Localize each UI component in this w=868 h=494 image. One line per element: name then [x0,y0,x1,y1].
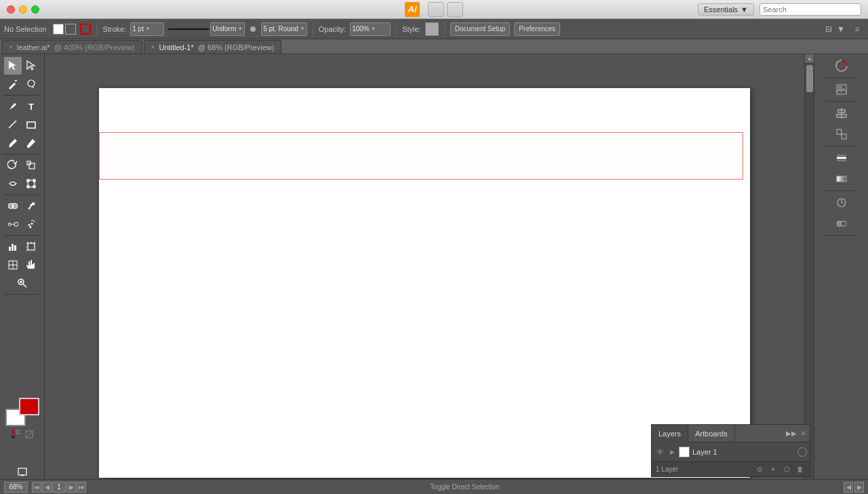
lasso-tool[interactable] [22,75,40,93]
search-input[interactable] [760,3,861,16]
stroke-color-swatch[interactable] [19,398,39,415]
screen-mode [0,463,44,480]
stroke-panel-icon[interactable] [832,148,851,167]
close-button[interactable] [7,5,15,14]
paintbrush-tool[interactable] [4,134,22,152]
status-arrow-right[interactable]: ▶ [854,482,864,493]
toggle-panels-icon[interactable]: ▼ [835,24,846,35]
tool-separator-4 [3,235,41,236]
tab-detail-2: @ 68% (RGB/Preview) [198,43,275,52]
delete-layer-icon[interactable]: 🗑 [795,464,806,475]
artboards-tab[interactable]: Artboards [688,425,735,442]
svg-rect-54 [842,134,846,139]
warp-tool[interactable] [4,175,22,192]
screen-mode-btn[interactable] [14,463,31,480]
layers-tab[interactable]: Layers [652,425,688,442]
none-btn[interactable] [24,429,35,440]
move-to-layer-icon[interactable]: ⬡ [781,464,792,475]
arrange-icon[interactable]: ⊟ [823,24,834,35]
pencil-tool[interactable] [22,134,40,152]
tab-detail: @ 400% (RGB/Preview) [54,43,135,52]
color-panel-icon[interactable] [832,56,851,75]
ai-icon: Ai [405,2,420,17]
workspace-button[interactable]: Essentials ▼ [698,3,754,16]
symbol-sprayer-tool[interactable] [22,215,40,233]
stroke-indicator[interactable] [80,24,91,35]
layer-visibility-icon[interactable]: 👁 [654,447,665,457]
svg-rect-22 [9,247,11,251]
page-input[interactable] [52,482,66,493]
line-tool[interactable] [4,116,22,133]
rect-tool[interactable] [22,116,40,133]
status-arrow-left[interactable]: ◀ [844,482,853,493]
tab-close-icon-2[interactable]: × [151,43,155,51]
eyedropper-tool[interactable] [22,197,40,215]
maximize-button[interactable] [31,5,39,14]
type-tool[interactable]: T [22,98,40,115]
svg-rect-23 [12,244,14,251]
options-icon[interactable]: ≡ [850,22,864,36]
scroll-up-button[interactable]: ▲ [805,54,814,64]
workspace-switcher-icon[interactable]: ⊟ [447,2,463,17]
scroll-track[interactable] [805,64,814,485]
last-page-button[interactable]: ⏭ [77,482,86,493]
first-page-button[interactable]: ⏮ [32,482,41,493]
align-panel-icon[interactable] [832,104,851,123]
red-rectangle[interactable] [99,132,743,180]
right-sep-2 [825,101,857,102]
stroke-cap-dropdown[interactable]: 5 pt. Round ▼ [261,22,307,36]
panel-icons: ⊟ ▼ [823,24,846,35]
layer-expand-icon[interactable]: ▶ [668,448,676,456]
column-graph-tool[interactable] [4,238,22,255]
tool-row-blend [4,215,40,233]
media-browser-icon[interactable]: ⊞ [428,2,444,17]
stroke-preview [168,28,209,30]
layer-row[interactable]: 👁 ▶ Layer 1 [652,444,810,460]
graphicstyle-panel-icon[interactable] [832,214,851,233]
document-setup-button[interactable]: Document Setup [450,22,511,36]
fill-swatch[interactable] [53,24,64,35]
stroke-swatch-toolbar[interactable] [65,24,76,35]
stroke-type-selector[interactable]: Uniform ▼ [168,22,245,36]
selection-tool[interactable] [4,57,22,75]
scroll-thumb[interactable] [806,65,813,92]
appearance-panel-icon[interactable] [832,193,851,212]
svg-rect-59 [837,176,846,182]
slice-tool[interactable] [4,256,22,274]
locate-object-icon[interactable]: ⊙ [754,464,765,475]
scale-tool[interactable] [22,157,40,174]
magic-wand-tool[interactable] [4,75,22,93]
direct-selection-tool[interactable] [22,57,40,75]
zoom-tool[interactable] [14,274,31,292]
image-panel-icon[interactable] [832,80,851,99]
shape-builder-tool[interactable] [4,197,22,215]
titlebar: Ai ⊞ ⊟ Essentials ▼ [0,0,868,19]
opacity-dropdown[interactable]: 100% ▼ [350,22,391,36]
zoom-input[interactable] [4,482,28,493]
blend-tool[interactable] [4,215,22,233]
style-swatch[interactable] [425,22,439,36]
next-page-button[interactable]: ▶ [66,482,76,493]
tab-untitled[interactable]: × Untitled-1* @ 68% (RGB/Preview) [144,40,282,54]
color-mode-btn[interactable] [10,429,21,440]
prev-page-button[interactable]: ◀ [42,482,52,493]
svg-point-62 [841,221,846,226]
hand-tool[interactable] [22,256,40,274]
pen-tool[interactable] [4,98,22,115]
free-transform-tool[interactable] [22,175,40,192]
tab-leather[interactable]: × leather.ai* @ 400% (RGB/Preview) [1,40,142,54]
stroke-type-dropdown[interactable]: Uniform ▼ [210,22,245,36]
layers-options-icon[interactable]: ≡ [797,428,810,440]
tab-close-icon[interactable]: × [9,43,13,51]
artboard-tool[interactable] [22,238,40,255]
new-layer-icon[interactable]: + [768,464,778,475]
minimize-button[interactable] [19,5,27,14]
transform-panel-icon[interactable] [832,125,851,144]
stroke-weight-dropdown[interactable]: 1 pt ▼ [130,22,164,36]
svg-point-17 [14,222,18,226]
layers-menu-icon[interactable]: ▶▶ [785,428,797,440]
preferences-button[interactable]: Preferences [514,22,560,36]
layer-target-icon[interactable] [797,447,807,457]
rotate-tool[interactable] [4,157,22,174]
gradient-panel-icon[interactable] [832,169,851,188]
